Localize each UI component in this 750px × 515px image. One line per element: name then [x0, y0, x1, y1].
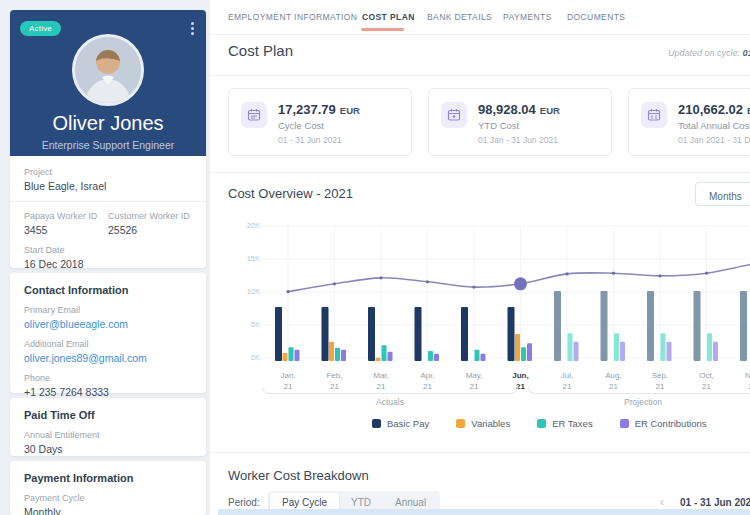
- actuals-bracket: [262, 387, 518, 394]
- total-annual-cost-label: Total Annual Cost: [678, 120, 750, 131]
- divider: [210, 452, 750, 453]
- customer-worker-id-value: 25526: [108, 224, 192, 236]
- bar-er-taxes[interactable]: [428, 351, 433, 361]
- contact-information-card: Contact Information Primary Email oliver…: [10, 273, 206, 393]
- start-date-label: Start Date: [24, 245, 192, 255]
- ytd-cost-label: YTD Cost: [478, 120, 560, 131]
- main-panel: EMPLOYMENT INFORMATION COST PLAN BANK DE…: [210, 0, 750, 515]
- primary-email-link[interactable]: oliver@blueeagle.com: [24, 318, 192, 330]
- bar-basic-pay[interactable]: [694, 291, 701, 361]
- chevron-left-icon[interactable]: ‹: [660, 494, 664, 509]
- phone-label: Phone: [24, 373, 192, 383]
- actuals-label: Actuals: [262, 397, 518, 407]
- tab-cost-plan[interactable]: COST PLAN: [362, 12, 415, 22]
- bar-er-taxes[interactable]: [382, 345, 387, 361]
- annual-entitlement-label: Annual Entitlement: [24, 430, 192, 440]
- additional-email-link[interactable]: oliver.jones89@gmail.com: [24, 352, 192, 364]
- legend-swatch: [537, 419, 546, 428]
- bar-basic-pay[interactable]: [322, 307, 329, 361]
- months-button[interactable]: Months: [695, 182, 750, 206]
- tab-documents[interactable]: DOCUMENTS: [567, 12, 625, 22]
- tab-bank-details[interactable]: BANK DETAILS: [427, 12, 492, 22]
- project-value: Blue Eagle, Israel: [24, 180, 192, 192]
- profile-header: Active Oliver Jones Enterprise Support E…: [10, 10, 206, 156]
- bar-basic-pay[interactable]: [368, 307, 375, 361]
- bar-er-taxes[interactable]: [568, 333, 573, 361]
- legend-item-er-contributions: ER Contributions: [620, 418, 707, 429]
- bar-er-taxes[interactable]: [521, 347, 526, 361]
- papaya-worker-id-value: 3455: [24, 224, 108, 236]
- bar-er-taxes[interactable]: [614, 333, 619, 361]
- bar-er-contributions[interactable]: [434, 354, 439, 361]
- contact-information-heading: Contact Information: [24, 284, 192, 296]
- legend-item-er-taxes: ER Taxes: [537, 418, 592, 429]
- bar-er-taxes[interactable]: [335, 348, 340, 361]
- bar-basic-pay[interactable]: [508, 307, 515, 361]
- bar-basic-pay[interactable]: [415, 307, 422, 361]
- primary-email-label: Primary Email: [24, 305, 192, 315]
- bar-variables[interactable]: [283, 353, 288, 361]
- papaya-worker-id-label: Papaya Worker ID: [24, 211, 108, 221]
- bar-basic-pay[interactable]: [554, 291, 561, 361]
- bar-er-contributions[interactable]: [481, 354, 486, 361]
- cycle-cost-period: 01 - 31 Jun 2021: [278, 135, 360, 145]
- bar-basic-pay[interactable]: [740, 291, 747, 361]
- cycle-calendar-icon: [241, 102, 267, 128]
- active-tab-underline: [361, 28, 404, 31]
- paid-time-off-card: Paid Time Off Annual Entitlement 30 Days: [10, 398, 206, 456]
- projection-bracket: [528, 387, 750, 394]
- current-cycle-point[interactable]: [514, 277, 527, 290]
- bar-er-contributions[interactable]: [388, 352, 393, 361]
- kebab-menu-icon[interactable]: [186, 20, 198, 36]
- bar-variables[interactable]: [515, 334, 520, 361]
- legend-swatch: [620, 419, 629, 428]
- worker-cost-breakdown-title: Worker Cost Breakdown: [228, 468, 369, 483]
- payment-cycle-value: Monthly: [24, 506, 192, 515]
- additional-email-label: Additional Email: [24, 339, 192, 349]
- tab-employment-information[interactable]: EMPLOYMENT INFORMATION: [228, 12, 357, 22]
- bar-er-contributions[interactable]: [341, 350, 346, 361]
- total-annual-cost-card: 210,662.02EUR Total Annual Cost 01 Jan 2…: [628, 88, 750, 156]
- project-label: Project: [24, 167, 192, 177]
- legend-swatch: [372, 419, 381, 428]
- bar-variables[interactable]: [329, 342, 334, 361]
- period-label: Period:: [228, 497, 260, 508]
- start-date-value: 16 Dec 2018: [24, 258, 192, 270]
- status-badge: Active: [20, 21, 61, 36]
- tab-bar: EMPLOYMENT INFORMATION COST PLAN BANK DE…: [210, 0, 750, 35]
- bar-er-contributions[interactable]: [713, 342, 718, 361]
- bar-er-taxes[interactable]: [475, 350, 480, 361]
- bar-variables[interactable]: [376, 358, 381, 361]
- employee-cost-plan-screen: Active Oliver Jones Enterprise Support E…: [0, 0, 750, 515]
- customer-worker-id-label: Customer Worker ID: [108, 211, 192, 221]
- tab-payments[interactable]: PAYMENTS: [503, 12, 552, 22]
- bar-basic-pay[interactable]: [275, 307, 282, 361]
- payment-information-card: Payment Information Payment Cycle Monthl…: [10, 461, 206, 515]
- bar-er-contributions[interactable]: [574, 342, 579, 361]
- cycle-cost-card: 17,237.79EUR Cycle Cost 01 - 31 Jun 2021: [228, 88, 412, 156]
- bar-er-taxes[interactable]: [707, 333, 712, 361]
- bar-basic-pay[interactable]: [601, 291, 608, 361]
- paid-time-off-heading: Paid Time Off: [24, 409, 192, 421]
- bar-er-contributions[interactable]: [295, 350, 300, 361]
- legend-item-basic-pay: Basic Pay: [372, 418, 429, 429]
- bar-er-contributions[interactable]: [620, 342, 625, 361]
- bar-basic-pay[interactable]: [461, 307, 468, 361]
- bar-er-contributions[interactable]: [527, 343, 532, 361]
- bar-basic-pay[interactable]: [647, 291, 654, 361]
- employee-job-title: Enterprise Support Engineer: [10, 139, 206, 151]
- bar-er-taxes[interactable]: [661, 333, 666, 361]
- cost-overview-chart: [232, 218, 750, 368]
- annual-entitlement-value: 30 Days: [24, 443, 192, 455]
- ytd-cost-value: 98,928.04: [478, 102, 536, 117]
- divider: [210, 75, 750, 76]
- bar-er-taxes[interactable]: [289, 347, 294, 361]
- table-top-strip: [218, 509, 750, 515]
- divider: [210, 172, 750, 173]
- updated-on-cycle: Updated on cycle: 01 - 31 Jun 2021: [668, 48, 750, 58]
- pagination-range: 01 - 31 Jun 2021: [680, 497, 750, 508]
- bar-er-contributions[interactable]: [667, 342, 672, 361]
- profile-card: Active Oliver Jones Enterprise Support E…: [10, 10, 206, 268]
- payment-information-heading: Payment Information: [24, 472, 192, 484]
- profile-photo: [72, 34, 144, 106]
